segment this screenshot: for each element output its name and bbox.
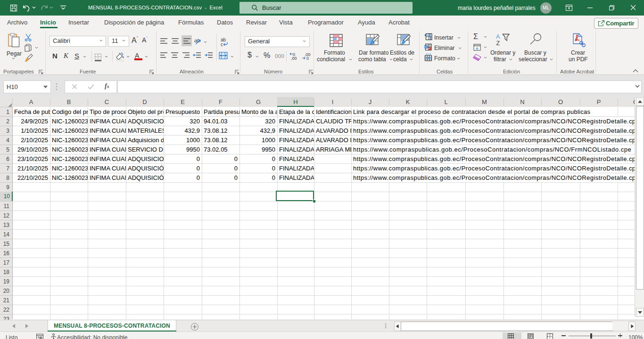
svg-text:0: 0 <box>306 56 309 60</box>
svg-text:c: c <box>221 42 223 47</box>
svg-text:Z: Z <box>496 40 500 46</box>
svg-text:ab: ab <box>194 38 200 43</box>
svg-text:,00: ,00 <box>291 56 297 60</box>
svg-text:A: A <box>496 33 500 40</box>
